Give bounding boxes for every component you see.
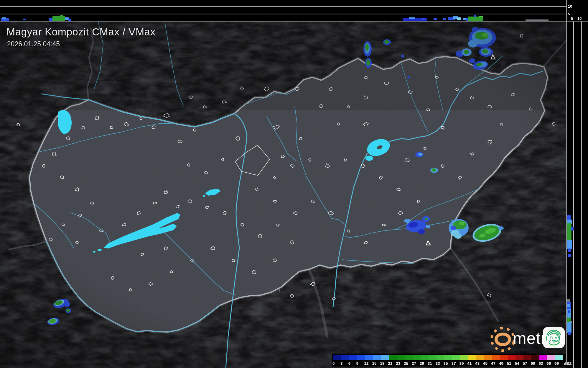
legend-swatch — [547, 355, 555, 360]
legend-tick: 0 — [332, 361, 335, 366]
legend-swatch — [357, 355, 365, 360]
cross-section-echo — [571, 227, 574, 230]
cross-section-echo — [567, 240, 572, 249]
legend-tick: 51 — [507, 361, 511, 366]
legend-swatch — [349, 355, 357, 360]
cross-section-echo — [568, 248, 571, 252]
legend-swatch — [429, 355, 437, 360]
legend-swatch — [555, 355, 563, 360]
legend-tick: 45 — [483, 361, 487, 366]
legend-swatch — [333, 355, 341, 360]
right-panel-axis-label-5: 5 — [571, 17, 573, 20]
cross-section-echo — [421, 18, 425, 19]
legend-tick: 3 — [340, 361, 343, 366]
cross-section-echo — [567, 223, 571, 241]
legend-swatch — [468, 355, 476, 360]
legend-swatch — [508, 355, 516, 360]
vignette — [0, 21, 566, 368]
cross-section-echo — [567, 215, 571, 220]
legend-swatch — [484, 355, 492, 360]
legend-tick: 33 — [436, 361, 440, 366]
legend-tick: 21 — [388, 361, 392, 366]
legend-swatch — [437, 355, 444, 360]
radar-map — [0, 0, 588, 368]
legend-swatch — [531, 355, 539, 360]
top-panel-axis-label-5: 5 — [568, 12, 570, 16]
legend-swatch — [476, 355, 484, 360]
cross-section-echo — [409, 17, 415, 19]
legend-tick: 31 — [428, 361, 432, 366]
legend-tick: 23 — [396, 361, 400, 366]
radar-composite-screen: Magyar Kompozit CMax / VMax 2026.01.25 0… — [0, 0, 588, 368]
cross-section-echo — [474, 15, 476, 17]
legend-swatch — [365, 355, 373, 360]
legend-tick: 43 — [475, 361, 480, 366]
cross-section-echo — [68, 19, 71, 21]
legend-swatch — [515, 355, 523, 360]
cross-section-echo — [567, 304, 570, 307]
dbz-legend-ticks: 0369121518212325272931333537394143454749… — [333, 361, 575, 366]
cross-section-echo — [443, 18, 446, 20]
legend-swatch — [405, 355, 413, 360]
legend-tick: 49 — [499, 361, 503, 366]
cross-section-echo — [2, 17, 6, 19]
legend-swatch — [452, 355, 460, 360]
legend-swatch — [460, 355, 468, 360]
legend-tick: 41 — [467, 361, 472, 366]
legend-tick: 60 — [531, 361, 535, 366]
legend-tick: 39 — [459, 361, 464, 366]
legend-tick: 15 — [372, 361, 377, 366]
legend-tick: 9 — [356, 361, 359, 366]
cross-section-echo — [479, 16, 483, 17]
right-panel-axis-label-10: 10 — [577, 17, 582, 20]
legend-tick: 18 — [380, 361, 384, 366]
dbz-legend-bar — [333, 355, 563, 360]
metnet-logo-text: metnet — [513, 329, 564, 348]
legend-tick: 57 — [523, 361, 527, 366]
top-panel-axis-label-10: 10 — [568, 4, 572, 8]
legend-swatch — [523, 355, 531, 360]
legend-swatch — [413, 355, 421, 360]
timestamp: 2026.01.25 04:45 — [7, 40, 60, 48]
legend-swatch — [444, 355, 452, 360]
legend-tick: 69 — [554, 361, 559, 366]
map-area — [0, 18, 568, 368]
page-title: Magyar Kompozit CMax / VMax — [6, 26, 156, 38]
legend-tick: 66 — [546, 361, 551, 366]
cross-section-echo — [568, 254, 571, 257]
cross-section-echo — [434, 18, 437, 20]
legend-swatch — [341, 355, 349, 360]
legend-tick: 29 — [420, 361, 424, 366]
legend-swatch — [421, 355, 429, 360]
legend-tick: 12 — [364, 361, 369, 366]
legend-swatch — [381, 355, 389, 360]
cross-section-echo — [23, 19, 26, 20]
legend-tick: 37 — [452, 361, 456, 366]
legend-unit-label: dBZ — [564, 361, 571, 366]
legend-tick: 63 — [538, 361, 543, 366]
legend-swatch — [539, 355, 547, 360]
legend-swatch — [373, 355, 381, 360]
cross-section-echo — [568, 310, 570, 313]
legend-swatch — [397, 355, 405, 360]
legend-swatch — [389, 355, 397, 360]
cross-section-echo — [60, 15, 63, 17]
cross-section-echo — [457, 17, 461, 20]
legend-tick: 6 — [348, 361, 351, 366]
metnet-logo: metnet — [490, 324, 578, 351]
legend-swatch — [492, 355, 500, 360]
legend-tick: 54 — [515, 361, 519, 366]
legend-swatch — [500, 355, 508, 360]
cross-section-echo — [567, 220, 572, 224]
legend-tick: 25 — [404, 361, 408, 366]
legend-tick: 47 — [491, 361, 495, 366]
legend-tick: 35 — [444, 361, 448, 366]
top-cross-section-panel — [0, 0, 588, 21]
legend-tick: 27 — [412, 361, 416, 366]
